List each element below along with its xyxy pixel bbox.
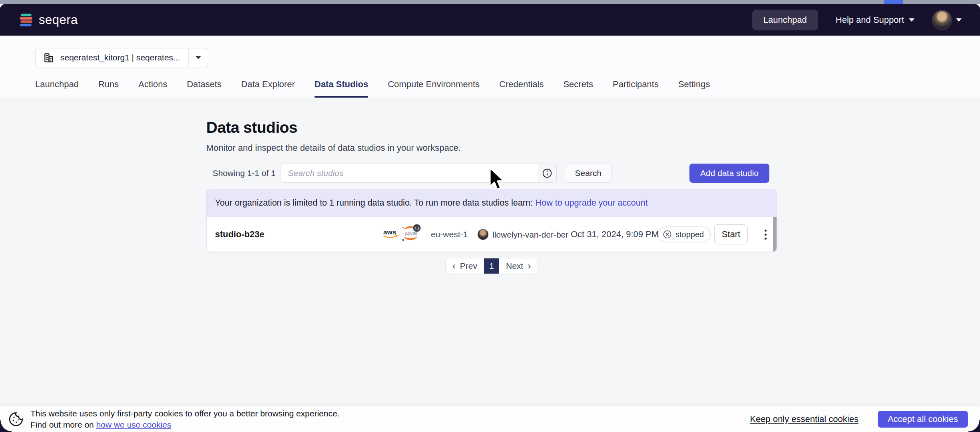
tab-launchpad[interactable]: Launchpad [35,79,79,98]
search-button[interactable]: Search [565,164,612,183]
cookie-text-line1: This website uses only first-party cooki… [30,408,339,419]
status-badge: stopped [658,227,711,242]
search-info-addon[interactable] [538,164,556,182]
stopped-icon [663,230,672,239]
top-navbar: seqera Launchpad Help and Support [0,4,980,36]
owner-avatar [478,229,488,240]
studio-owner: llewelyn-van-der-ber [478,229,568,240]
prev-label: Prev [460,261,477,271]
organization-selector[interactable]: seqeratest_kitorg1 | seqerates... [35,48,208,67]
svg-text:aws: aws [383,228,396,236]
jupyter-icon: jupyter 4.1 [401,224,422,245]
studios-card: Your organization is limited to 1 runnin… [206,189,777,252]
studio-region: eu-west-1 [431,230,468,239]
search-input[interactable] [281,164,538,182]
prev-page-button[interactable]: ‹ Prev [446,258,484,274]
chevron-down-icon [195,56,201,59]
organization-selector-caret[interactable] [189,48,208,67]
jupyter-version-badge: 4.1 [414,226,420,230]
showing-count: Showing 1-1 of 1 [213,168,276,178]
add-data-studio-button[interactable]: Add data studio [689,164,769,183]
user-menu[interactable] [932,10,962,30]
chevron-left-icon: ‹ [452,261,456,271]
workspace-tabs: Launchpad Runs Actions Datasets Data Exp… [0,79,980,98]
help-and-support-menu[interactable]: Help and Support [836,15,914,25]
keep-essential-cookies-button[interactable]: Keep only essential cookies [750,414,858,424]
organization-icon [44,52,54,63]
cookie-text-line2: Find out more on how we use cookies [30,419,339,430]
row-options-menu[interactable] [758,224,773,244]
limit-banner: Your organization is limited to 1 runnin… [207,189,777,217]
seqera-logo-icon [18,12,34,28]
next-label: Next [506,261,523,271]
studios-controls: Showing 1-1 of 1 Search Add data studio [206,164,777,183]
owner-name: llewelyn-van-der-ber [492,230,568,239]
page-title: Data studios [206,119,777,136]
status-label: stopped [675,230,704,239]
tab-data-studios[interactable]: Data Studios [315,79,368,98]
search-input-group [281,164,557,183]
tab-datasets[interactable]: Datasets [187,79,221,98]
tab-data-explorer[interactable]: Data Explorer [241,79,295,98]
workspace-header: seqeratest_kitorg1 | seqerates... Launch… [0,36,980,98]
tab-secrets[interactable]: Secrets [563,79,593,98]
seqera-logo[interactable]: seqera [18,12,78,28]
chevron-down-icon [909,18,914,22]
chevron-right-icon: › [528,261,531,271]
organization-selector-value: seqeratest_kitorg1 | seqerates... [60,53,180,62]
launchpad-button[interactable]: Launchpad [752,10,818,30]
tab-actions[interactable]: Actions [138,79,167,98]
pagination: ‹ Prev 1 Next › [206,258,777,274]
cookie-banner: This website uses only first-party cooki… [0,406,980,432]
table-scrollbar[interactable] [773,217,777,252]
start-button[interactable]: Start [714,224,748,244]
studio-row[interactable]: studio-b23e aws ju [207,217,777,252]
limit-banner-text: Your organization is limited to 1 runnin… [215,198,533,208]
window-top-accent [884,0,903,4]
cookie-policy-link[interactable]: how we use cookies [96,420,171,429]
cookie-icon [8,411,24,427]
tab-runs[interactable]: Runs [98,79,119,98]
aws-icon: aws [382,228,399,241]
help-and-support-label: Help and Support [836,15,904,25]
studio-name[interactable]: studio-b23e [215,229,264,240]
accept-all-cookies-button[interactable]: Accept all cookies [878,411,968,428]
window-top-edge [0,0,980,4]
page-number-current[interactable]: 1 [484,258,499,274]
main-content: Data studios Monitor and inspect the det… [0,98,980,274]
svg-text:jupyter: jupyter [405,231,418,236]
tab-compute-environments[interactable]: Compute Environments [388,79,480,98]
chevron-down-icon [956,18,962,22]
logo-wordmark: seqera [39,13,78,27]
next-page-button[interactable]: Next › [499,258,538,274]
user-avatar [932,10,952,30]
page-subtitle: Monitor and inspect the details of data … [206,143,777,153]
tab-participants[interactable]: Participants [613,79,659,98]
info-icon [542,168,552,178]
cookie-line2-prefix: Find out more on [30,420,96,429]
studio-date: Oct 31, 2024, 9:09 PM [571,229,659,240]
tab-credentials[interactable]: Credentials [499,79,544,98]
upgrade-account-link[interactable]: How to upgrade your account [536,198,648,208]
tab-settings[interactable]: Settings [678,79,710,98]
